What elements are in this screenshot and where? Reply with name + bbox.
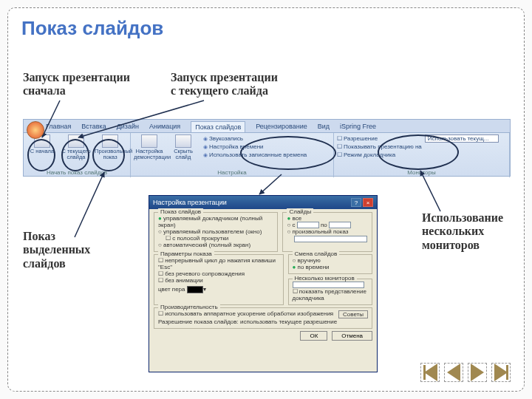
fieldset-show-options: Параметры показа непрерывный цикл до наж…	[154, 254, 284, 305]
setup-dialog: Настройка презентации ? × Показ слайдов …	[149, 195, 378, 372]
tab-design[interactable]: Дизайн	[117, 123, 139, 130]
dialog-titlebar: Настройка презентации ? ×	[149, 196, 377, 209]
fieldset-performance: Производительность использовать аппаратн…	[154, 307, 372, 329]
opt-use-timings[interactable]: Использовать записанные времена	[203, 151, 307, 159]
group-setup: Настройка демонстрации Скрыть слайд Звук…	[131, 133, 334, 177]
group-start: С начала С текущего слайда Произвольный …	[24, 133, 131, 177]
slideshow-icon	[68, 134, 84, 148]
check-presenter-view[interactable]: показать представление докладчика	[293, 288, 368, 301]
radio-manual[interactable]: вручную	[293, 257, 368, 264]
ok-button[interactable]: ОК	[300, 331, 327, 341]
close-button[interactable]: ×	[363, 198, 373, 207]
help-button[interactable]: ?	[351, 198, 361, 207]
svg-line-2	[75, 172, 104, 237]
page-title: Показ слайдов	[21, 17, 511, 40]
tab-insert[interactable]: Вставка	[81, 123, 106, 130]
ribbon-tabs: Главная Вставка Дизайн Анимация Показ сл…	[24, 120, 510, 133]
opt-record[interactable]: Звукозапись	[203, 134, 307, 143]
cancel-button[interactable]: Отмена	[332, 331, 372, 341]
slideshow-icon	[102, 134, 118, 148]
callout-from-beginning: Запуск презентации сначала	[23, 71, 130, 98]
office-button[interactable]	[27, 121, 44, 139]
tab-home[interactable]: Главная	[46, 123, 71, 130]
check-hw-accel[interactable]: использовать аппаратное ускорение обрабо…	[158, 310, 333, 318]
fieldset-advance: Смена слайдов вручную по времени	[288, 254, 372, 274]
btn-setup[interactable]: Настройка демонстрации	[134, 134, 165, 160]
callout-custom-show: Показ выделенных слайдов	[23, 230, 90, 270]
gear-icon	[141, 134, 157, 148]
radio-all[interactable]: все	[287, 215, 368, 222]
btn-hide-slide[interactable]: Скрыть слайд	[168, 134, 199, 160]
radio-range[interactable]: с по	[287, 222, 368, 228]
radio-window[interactable]: управляемый пользователем (окно)	[158, 228, 273, 235]
nav-controls	[420, 363, 511, 382]
fieldset-monitors: Несколько мониторов показать представлен…	[288, 279, 372, 305]
check-no-narration[interactable]: без речевого сопровождения	[158, 270, 279, 277]
check-loop[interactable]: непрерывный цикл до нажатия клавиши "Esc…	[158, 257, 279, 270]
dialog-title: Настройка презентации	[153, 199, 227, 206]
slide-frame: Показ слайдов Запуск презентации сначала…	[7, 7, 525, 392]
tab-ispring[interactable]: iSpring Free	[340, 123, 376, 130]
opt-rehearse[interactable]: Настройка времени	[203, 143, 307, 151]
callout-from-current: Запуск презентации с текущего слайда	[171, 71, 278, 98]
nav-last[interactable]	[491, 363, 511, 382]
monitor-dropdown[interactable]	[293, 282, 364, 288]
ribbon: Главная Вставка Дизайн Анимация Показ сл…	[23, 119, 511, 177]
from-input[interactable]	[297, 222, 319, 228]
radio-custom[interactable]: произвольный показ	[287, 228, 368, 235]
btn-custom-show[interactable]: Произвольный показ	[95, 134, 126, 160]
hide-icon	[175, 134, 191, 148]
tab-animation[interactable]: Анимация	[149, 123, 180, 130]
callout-monitors: Использование нескольких мониторов	[422, 211, 503, 252]
resolution-dropdown[interactable]: Использовать текущ...	[425, 134, 499, 143]
opt-presenter-view[interactable]: Режим докладчика	[337, 151, 422, 159]
nav-prev[interactable]	[444, 363, 463, 382]
group-title: Начать показ слайдов	[27, 168, 127, 176]
check-scrollbar[interactable]: с полосой прокрутки	[166, 235, 273, 242]
radio-timings[interactable]: по времени	[293, 264, 368, 270]
nav-first[interactable]	[420, 363, 440, 382]
tab-view[interactable]: Вид	[318, 123, 330, 130]
radio-speaker[interactable]: управляемый докладчиком (полный экран)	[158, 215, 273, 228]
custom-show-dropdown[interactable]	[294, 236, 367, 242]
nav-next[interactable]	[468, 363, 487, 382]
radio-kiosk[interactable]: автоматический (полный экран)	[158, 242, 273, 248]
group-title: Мониторы	[337, 168, 506, 176]
svg-line-3	[259, 174, 282, 194]
pen-color-picker[interactable]	[187, 286, 203, 293]
group-monitors: Разрешение Показывать презентацию на Реж…	[334, 133, 510, 177]
to-input[interactable]	[329, 222, 351, 228]
tab-review[interactable]: Рецензирование	[256, 123, 307, 130]
group-title: Настройка	[134, 168, 330, 176]
opt-resolution[interactable]: Разрешение	[337, 134, 422, 143]
btn-from-current[interactable]: С текущего слайда	[61, 134, 92, 160]
tab-slideshow[interactable]: Показ слайдов	[191, 121, 245, 132]
check-no-animation[interactable]: без анимации	[158, 277, 279, 284]
opt-show-on[interactable]: Показывать презентацию на	[337, 143, 422, 151]
fieldset-show-type: Показ слайдов управляемый докладчиком (п…	[154, 212, 278, 252]
resolution-label: Разрешение показа слайдов: использовать …	[158, 318, 368, 325]
tips-button[interactable]: Советы	[338, 310, 368, 318]
fieldset-slides: Слайды все с по произвольный показ	[282, 212, 372, 252]
btn-from-beginning[interactable]: С начала	[27, 134, 58, 160]
